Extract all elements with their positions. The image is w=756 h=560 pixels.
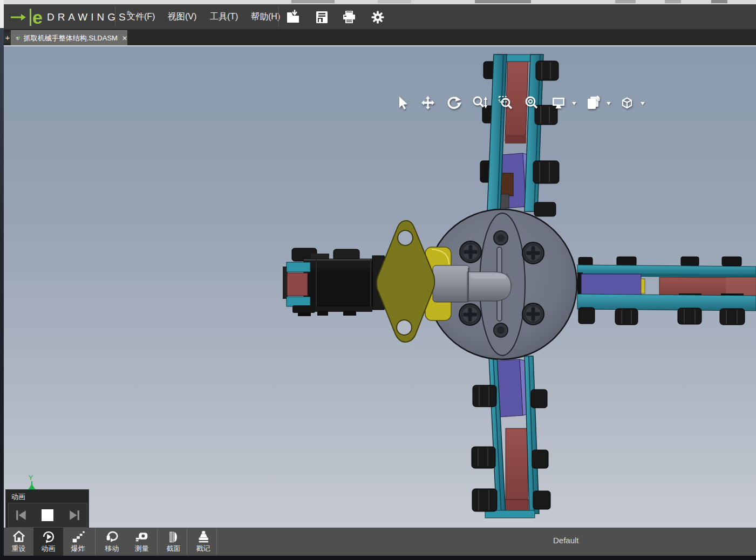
fullscreen-dropdown-icon[interactable] <box>571 101 577 106</box>
model-gripper-assembly[interactable]: Y <box>4 45 756 528</box>
save-icon[interactable] <box>314 9 330 25</box>
background-window-strip <box>0 0 756 4</box>
window-bottom-edge <box>0 556 756 560</box>
logo-arrow-icon <box>10 12 26 23</box>
stamp-icon <box>195 529 212 544</box>
explode-icon <box>70 529 86 544</box>
home-icon <box>11 529 27 544</box>
fullscreen-icon[interactable] <box>550 95 567 111</box>
move-component-button[interactable]: 移动 <box>97 528 127 556</box>
assembly-icon <box>15 33 21 43</box>
menu-file[interactable]: 文件(F) <box>124 4 158 29</box>
brand-e: e <box>32 9 43 25</box>
next-frame-button[interactable] <box>67 509 81 521</box>
model-top-arm <box>480 54 559 216</box>
animation-button[interactable]: 动画 <box>33 528 63 556</box>
new-tab-button[interactable]: + <box>4 32 11 43</box>
measure-button[interactable]: 测量 <box>127 528 156 556</box>
tabbar: + 抓取机械手整体结构.SLDASM ✕ <box>4 29 756 45</box>
axis-y-label: Y <box>28 474 33 482</box>
axis-triad: Y <box>28 474 36 490</box>
open-icon[interactable] <box>285 9 302 25</box>
explode-button[interactable]: 爆炸 <box>63 528 93 556</box>
edrawings-logo: e DRAWINGS ® <box>10 8 132 27</box>
model-right-arm <box>577 257 756 325</box>
animation-panel: 动画 <box>5 489 89 528</box>
pan-icon[interactable] <box>420 95 436 111</box>
menu-view[interactable]: 视图(V) <box>165 4 200 29</box>
move-icon <box>104 529 120 544</box>
animation-icon <box>40 529 57 544</box>
zoom-fit-icon[interactable] <box>523 95 540 111</box>
tab-close-icon[interactable]: ✕ <box>122 35 127 42</box>
brand-text: DRAWINGS <box>47 11 129 23</box>
views-cube-icon[interactable] <box>619 95 635 111</box>
bottom-toolbar: 重设 动画 爆炸 移动 <box>4 528 756 556</box>
reset-button[interactable]: 重设 <box>4 528 33 556</box>
pages-icon[interactable] <box>585 95 601 111</box>
zoom-area-icon[interactable] <box>498 95 514 111</box>
print-icon[interactable] <box>341 9 357 25</box>
rotate-icon[interactable] <box>446 95 462 111</box>
select-icon[interactable] <box>394 95 410 111</box>
section-icon <box>166 529 182 544</box>
pages-dropdown-icon[interactable] <box>606 101 611 106</box>
tab-active[interactable]: 抓取机械手整体结构.SLDASM ✕ <box>11 30 127 46</box>
section-button[interactable]: 截面 <box>159 528 188 556</box>
viewport-3d[interactable]: Y <box>4 45 756 528</box>
views-dropdown-icon[interactable] <box>640 101 645 106</box>
stamp-button[interactable]: 戳记 <box>188 528 218 556</box>
settings-icon[interactable] <box>370 9 386 25</box>
stop-button[interactable] <box>40 509 55 522</box>
zoom-icon[interactable] <box>472 95 488 111</box>
configuration-label: Default <box>553 536 579 545</box>
previous-frame-button[interactable] <box>15 509 29 521</box>
app-window: e DRAWINGS ® 文件(F) 视图(V) 工具(T) 帮助(H) <box>0 0 756 560</box>
measure-icon <box>134 529 150 544</box>
tab-title: 抓取机械手整体结构.SLDASM <box>24 33 118 43</box>
menu-tools[interactable]: 工具(T) <box>207 4 241 29</box>
menubar: e DRAWINGS ® 文件(F) 视图(V) 工具(T) 帮助(H) <box>4 4 756 29</box>
animation-panel-title: 动画 <box>11 492 88 502</box>
model-bottom-arm <box>472 356 550 518</box>
